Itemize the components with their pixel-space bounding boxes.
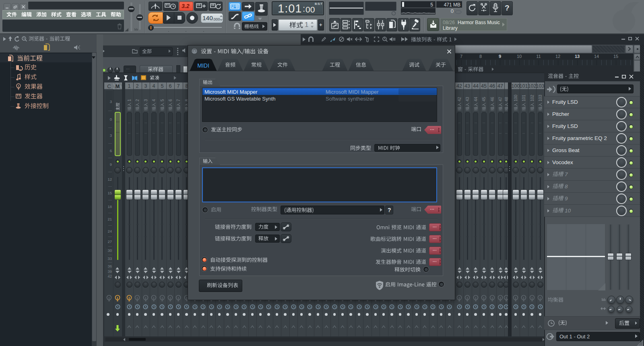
svg-text:45: 45: [482, 97, 486, 101]
svg-text:46: 46: [490, 97, 495, 101]
svg-text:47: 47: [498, 97, 503, 101]
svg-text:100: 100: [514, 95, 518, 101]
svg-text:42: 42: [457, 97, 462, 101]
svg-text:6: 6: [168, 99, 173, 101]
svg-text:7: 7: [176, 99, 181, 101]
svg-text:102: 102: [530, 95, 535, 101]
svg-text:4: 4: [152, 99, 156, 101]
svg-text:2: 2: [135, 99, 140, 101]
svg-text:1: 1: [127, 99, 132, 101]
svg-text:5: 5: [160, 99, 165, 101]
svg-text:101: 101: [522, 95, 526, 101]
svg-text:3: 3: [144, 99, 148, 101]
svg-text:103: 103: [538, 95, 543, 101]
svg-text:43: 43: [465, 97, 470, 101]
svg-text:44: 44: [474, 97, 478, 101]
